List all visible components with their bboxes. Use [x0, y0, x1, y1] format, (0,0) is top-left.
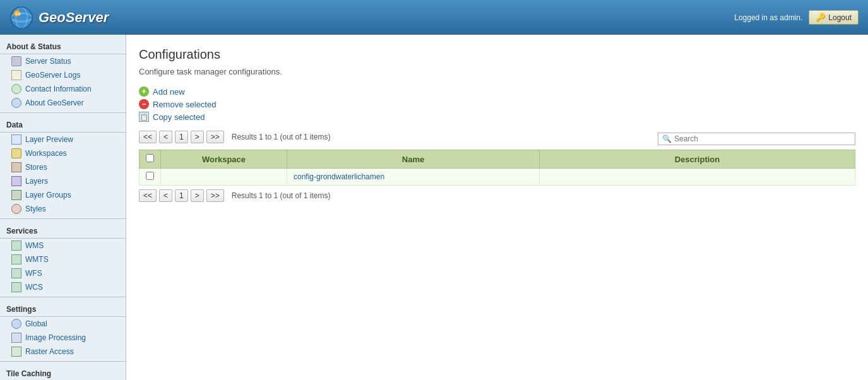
table-row: config-grondwaterlichamen	[140, 169, 855, 186]
user-status-text: Logged in as admin.	[734, 13, 802, 22]
config-name-link[interactable]: config-grondwaterlichamen	[294, 172, 384, 181]
sidebar-item-wcs[interactable]: WCS	[0, 280, 126, 294]
logo-area: GS GeoServer	[9, 6, 109, 30]
top-pagination-bar: << < 1 > >> Results 1 to 1 (out of 1 ite…	[139, 131, 330, 143]
sidebar-item-label: Workspaces	[25, 149, 67, 158]
sidebar-item-label: Server Status	[25, 57, 71, 66]
add-new-link[interactable]: + Add new	[139, 86, 855, 97]
bottom-last-page-button[interactable]: >>	[206, 189, 224, 202]
sidebar-section-about-status: About & Status	[0, 37, 126, 54]
sidebar-item-layers[interactable]: Layers	[0, 174, 126, 188]
wfs-icon	[11, 268, 21, 278]
last-page-button[interactable]: >>	[206, 131, 224, 143]
header-checkbox-cell	[140, 150, 161, 169]
remove-selected-link[interactable]: − Remove selected	[139, 99, 855, 109]
table-header: Workspace Name Description	[140, 150, 855, 169]
select-all-checkbox[interactable]	[146, 154, 154, 162]
top-pagination-search-row: << < 1 > >> Results 1 to 1 (out of 1 ite…	[139, 131, 855, 147]
about-icon	[11, 98, 21, 108]
sidebar-section-data: Data	[0, 116, 126, 133]
sidebar-item-global[interactable]: Global	[0, 317, 126, 331]
copy-selected-label: Copy selected	[153, 112, 205, 122]
divider-settings	[0, 297, 126, 297]
copy-selected-icon: 📋	[139, 112, 149, 122]
add-new-icon: +	[139, 86, 149, 97]
logout-label: Logout	[828, 13, 852, 22]
wmts-icon	[11, 254, 21, 264]
sidebar-section-settings: Settings	[0, 300, 126, 317]
sidebar-item-layer-groups[interactable]: Layer Groups	[0, 188, 126, 202]
logout-icon: 🔑	[816, 13, 826, 22]
wcs-icon	[11, 282, 21, 292]
sidebar-item-label: Global	[25, 319, 47, 328]
sidebar-item-label: WCS	[25, 283, 43, 292]
table-body: config-grondwaterlichamen	[140, 169, 855, 186]
row-description	[540, 169, 855, 186]
results-text-bottom: Results 1 to 1 (out of 1 items)	[232, 191, 331, 200]
copy-selected-link[interactable]: 📋 Copy selected	[139, 112, 855, 122]
sidebar: About & Status Server Status GeoServer L…	[0, 35, 126, 380]
svg-text:GS: GS	[15, 12, 21, 16]
layers-icon	[11, 176, 21, 186]
sidebar-item-label: Layer Groups	[25, 191, 71, 199]
header-workspace: Workspace	[161, 150, 287, 169]
bottom-prev-page-button[interactable]: <	[159, 189, 172, 202]
sidebar-item-wfs[interactable]: WFS	[0, 266, 126, 280]
sidebar-item-workspaces[interactable]: Workspaces	[0, 146, 126, 160]
wms-icon	[11, 240, 21, 251]
current-page-button[interactable]: 1	[175, 131, 188, 143]
sidebar-item-stores[interactable]: Stores	[0, 160, 126, 174]
divider-data	[0, 112, 126, 113]
row-checkbox[interactable]	[146, 172, 154, 180]
header: GS GeoServer Logged in as admin. 🔑 Logou…	[0, 0, 868, 35]
sidebar-item-about-geoserver[interactable]: About GeoServer	[0, 96, 126, 110]
geoserver-logs-icon	[11, 70, 21, 80]
bottom-pagination-bar: << < 1 > >> Results 1 to 1 (out of 1 ite…	[139, 189, 855, 202]
logout-button[interactable]: 🔑 Logout	[809, 10, 859, 25]
divider-tile-caching	[0, 361, 126, 362]
layout: About & Status Server Status GeoServer L…	[0, 35, 868, 380]
sidebar-item-label: Contact Information	[25, 85, 92, 93]
bottom-current-page-button[interactable]: 1	[175, 189, 188, 202]
header-name: Name	[287, 150, 540, 169]
sidebar-item-server-status[interactable]: Server Status	[0, 54, 126, 68]
prev-page-button[interactable]: <	[159, 131, 172, 143]
sidebar-item-label: Layers	[25, 177, 48, 186]
row-checkbox-cell	[140, 169, 161, 186]
layer-preview-icon	[11, 134, 21, 145]
user-area: Logged in as admin. 🔑 Logout	[734, 10, 859, 25]
bottom-next-page-button[interactable]: >	[191, 189, 204, 202]
sidebar-item-wms[interactable]: WMS	[0, 239, 126, 252]
main-content: Configurations Configure task manager co…	[126, 35, 868, 380]
logo-globe-icon: GS	[9, 6, 33, 30]
remove-selected-label: Remove selected	[153, 100, 216, 109]
actions-panel: + Add new − Remove selected 📋 Copy selec…	[139, 86, 855, 122]
sidebar-item-styles[interactable]: Styles	[0, 202, 126, 216]
first-page-button[interactable]: <<	[139, 131, 157, 143]
raster-access-icon	[11, 347, 21, 357]
image-processing-icon	[11, 333, 21, 343]
divider-services	[0, 218, 126, 219]
sidebar-item-contact-information[interactable]: Contact Information	[0, 82, 126, 96]
sidebar-item-geoserver-logs[interactable]: GeoServer Logs	[0, 68, 126, 82]
search-input[interactable]	[674, 134, 851, 143]
sidebar-item-layer-preview[interactable]: Layer Preview	[0, 133, 126, 146]
workspaces-icon	[11, 148, 21, 158]
sidebar-item-image-processing[interactable]: Image Processing	[0, 331, 126, 345]
styles-icon	[11, 204, 21, 214]
remove-selected-icon: −	[139, 99, 149, 109]
server-status-icon	[11, 56, 21, 66]
sidebar-section-services: Services	[0, 222, 126, 239]
sidebar-section-tile-caching: Tile Caching	[0, 364, 126, 380]
logo-text: GeoServer	[39, 9, 109, 26]
sidebar-item-label: Raster Access	[25, 347, 74, 356]
next-page-button[interactable]: >	[191, 131, 204, 143]
search-container: 🔍	[658, 133, 855, 145]
search-icon: 🔍	[662, 134, 672, 143]
sidebar-item-raster-access[interactable]: Raster Access	[0, 345, 126, 359]
bottom-first-page-button[interactable]: <<	[139, 189, 157, 202]
sidebar-item-wmts[interactable]: WMTS	[0, 252, 126, 266]
sidebar-item-label: Stores	[25, 163, 47, 172]
page-title: Configurations	[139, 47, 855, 62]
row-name: config-grondwaterlichamen	[287, 169, 540, 186]
